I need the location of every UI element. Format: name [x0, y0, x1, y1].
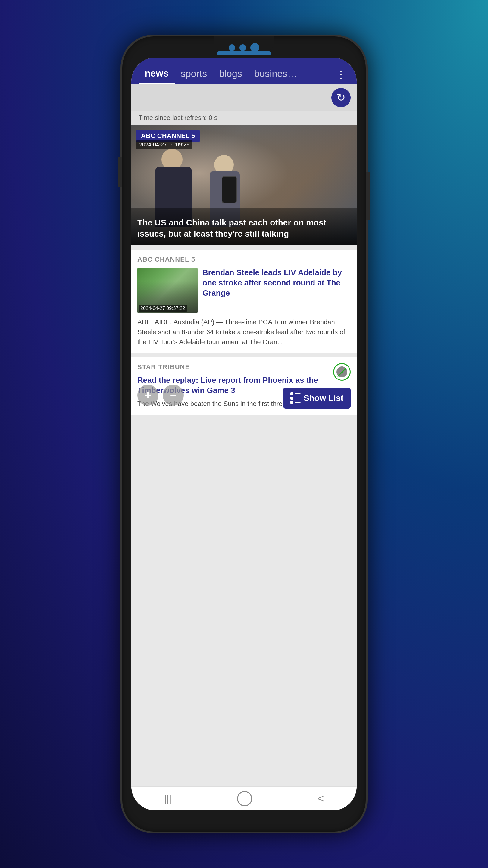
- show-list-button[interactable]: Show List: [283, 388, 351, 409]
- featured-caption-overlay: The US and China talk past each other on…: [131, 208, 357, 245]
- camera-dot-left: [229, 44, 235, 51]
- article-source-1: ABC CHANNEL 5: [137, 255, 351, 264]
- tab-blogs[interactable]: blogs: [213, 64, 248, 84]
- block-line: [337, 368, 347, 377]
- block-article-button[interactable]: [333, 363, 351, 381]
- volume-button[interactable]: [118, 157, 122, 187]
- home-button[interactable]: [237, 791, 252, 806]
- tab-business[interactable]: busines…: [248, 64, 303, 84]
- featured-article-card[interactable]: ABC CHANNEL 5 2024-04-27 10:09:25 The US…: [131, 125, 357, 245]
- show-list-label: Show List: [304, 393, 344, 403]
- tab-sports[interactable]: sports: [175, 64, 213, 84]
- article-row-1: 2024-04-27 09:37:22 Brendan Steele leads…: [137, 268, 351, 313]
- featured-timestamp: 2024-04-27 10:09:25: [136, 141, 193, 149]
- refresh-status: Time since last refresh: 0 s: [131, 111, 357, 125]
- phone-prop: [222, 176, 237, 203]
- article-card-1[interactable]: ABC CHANNEL 5 2024-04-27 09:37:22 Brenda…: [131, 250, 357, 353]
- list-row-3: [290, 401, 301, 404]
- zoom-out-button[interactable]: −: [163, 384, 184, 406]
- article-card-2[interactable]: STAR TRIBUNE Read the replay: Live repor…: [131, 357, 357, 415]
- list-square-1: [290, 393, 293, 396]
- camera-dot-center: [250, 43, 259, 52]
- nav-bar: news sports blogs busines… ⋮: [131, 58, 357, 84]
- tab-news[interactable]: news: [138, 64, 175, 84]
- recent-apps-button[interactable]: |||: [164, 793, 172, 804]
- bottom-navigation: ||| <: [131, 786, 357, 810]
- list-line-3: [295, 402, 301, 403]
- list-square-2: [290, 397, 293, 400]
- article-body-1: ADELAIDE, Australia (AP) — Three-time PG…: [137, 317, 351, 347]
- toolbar: ↻: [131, 84, 357, 111]
- notch-bar: [217, 51, 271, 55]
- zoom-controls: + −: [137, 384, 184, 406]
- list-row-2: [290, 397, 301, 400]
- featured-headline: The US and China talk past each other on…: [137, 217, 351, 239]
- thumb-image-golf: 2024-04-27 09:37:22: [137, 268, 198, 313]
- phone-screen: news sports blogs busines… ⋮ ↻ Time sinc…: [131, 58, 357, 810]
- list-line-1: [295, 393, 301, 394]
- article-title-1: Brendan Steele leads LIV Adelaide by one…: [202, 268, 351, 313]
- list-row-1: [290, 393, 301, 396]
- more-menu-button[interactable]: ⋮: [332, 65, 350, 84]
- refresh-icon: ↻: [336, 91, 346, 104]
- content-area: ABC CHANNEL 5 2024-04-27 10:09:25 The US…: [131, 125, 357, 786]
- article-timestamp-1: 2024-04-27 09:37:22: [138, 305, 187, 312]
- article-source-2: STAR TRIBUNE: [137, 363, 351, 371]
- camera-dot-right: [239, 44, 246, 51]
- power-button[interactable]: [366, 172, 370, 220]
- featured-article-image: ABC CHANNEL 5 2024-04-27 10:09:25 The US…: [131, 125, 357, 245]
- list-line-2: [295, 398, 301, 398]
- back-button[interactable]: <: [318, 792, 324, 805]
- list-square-3: [290, 401, 293, 404]
- refresh-button[interactable]: ↻: [331, 88, 351, 107]
- block-icon: [336, 367, 347, 377]
- list-icon: [290, 393, 301, 404]
- zoom-in-button[interactable]: +: [137, 384, 158, 406]
- article-thumbnail-1: 2024-04-27 09:37:22: [137, 268, 198, 313]
